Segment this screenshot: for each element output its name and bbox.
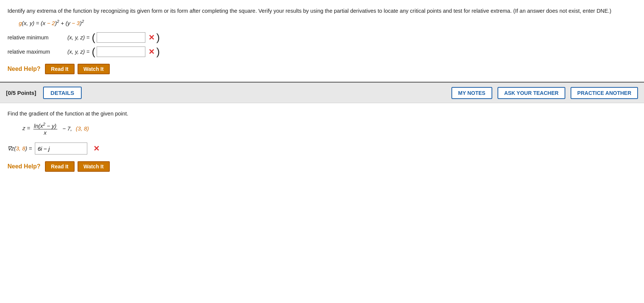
relative-maximum-label: relative maximum: [7, 49, 67, 55]
relative-minimum-label: relative minimum: [7, 34, 67, 40]
given-point: (3, 8): [76, 125, 89, 132]
relative-maximum-input[interactable]: [97, 46, 145, 57]
gradient-input[interactable]: [35, 142, 87, 154]
x-mark-max: ✕: [148, 47, 155, 56]
relative-minimum-row: relative minimum (x, y, z) = ( ✕ ): [7, 32, 637, 43]
middle-bar: [0/5 Points] DETAILS MY NOTES ASK YOUR T…: [0, 82, 644, 103]
bottom-equation-block: z = ln(x2 − y) x − 7, (3, 8): [22, 122, 637, 136]
watch-it-button-bottom[interactable]: Watch It: [78, 161, 110, 172]
relative-minimum-input[interactable]: [97, 32, 145, 43]
need-help-label-bottom: Need Help?: [7, 163, 40, 170]
need-help-label-top: Need Help?: [7, 66, 40, 72]
paren-left-max: (: [92, 46, 95, 57]
paren-right-max: ): [156, 46, 160, 57]
frac-denominator: x: [43, 129, 48, 136]
xyz-label-max: (x, y, z) =: [67, 49, 90, 55]
gradient-row: ∇z(3, 8) = ✕: [7, 142, 637, 154]
read-it-button-top[interactable]: Read It: [45, 64, 75, 74]
gradient-label: ∇z(3, 8) =: [7, 145, 32, 152]
need-help-row-bottom: Need Help? Read It Watch It: [7, 161, 637, 172]
fraction: ln(x2 − y) x: [33, 122, 57, 136]
xyz-label-min: (x, y, z) =: [67, 34, 90, 40]
bottom-question: Find the gradient of the function at the…: [7, 111, 637, 117]
practice-another-button[interactable]: PRACTICE ANOTHER: [571, 87, 638, 99]
top-equation: g(x, y) = (x − 2)2 + (y − 3)2: [19, 19, 637, 26]
z-eq-label: z =: [22, 125, 32, 132]
x-mark-min: ✕: [148, 33, 155, 42]
read-it-button-bottom[interactable]: Read It: [45, 161, 75, 172]
minus-val: − 7,: [63, 125, 72, 132]
paren-right-min: ): [156, 32, 160, 43]
frac-numerator: ln(x2 − y): [33, 122, 57, 129]
details-button[interactable]: DETAILS: [43, 87, 82, 99]
watch-it-button-top[interactable]: Watch It: [78, 64, 110, 74]
paren-left-min: (: [92, 32, 95, 43]
my-notes-button[interactable]: MY NOTES: [451, 87, 492, 99]
points-label: [0/5 Points]: [6, 90, 36, 96]
ask-teacher-button[interactable]: ASK YOUR TEACHER: [498, 87, 565, 99]
question-text: Identify any extrema of the function by …: [7, 7, 637, 15]
x-mark-gradient: ✕: [93, 144, 100, 153]
need-help-row-top: Need Help? Read It Watch It: [7, 64, 637, 74]
relative-maximum-row: relative maximum (x, y, z) = ( ✕ ): [7, 46, 637, 57]
bottom-section: Find the gradient of the function at the…: [0, 103, 644, 179]
top-section: Identify any extrema of the function by …: [0, 0, 644, 82]
